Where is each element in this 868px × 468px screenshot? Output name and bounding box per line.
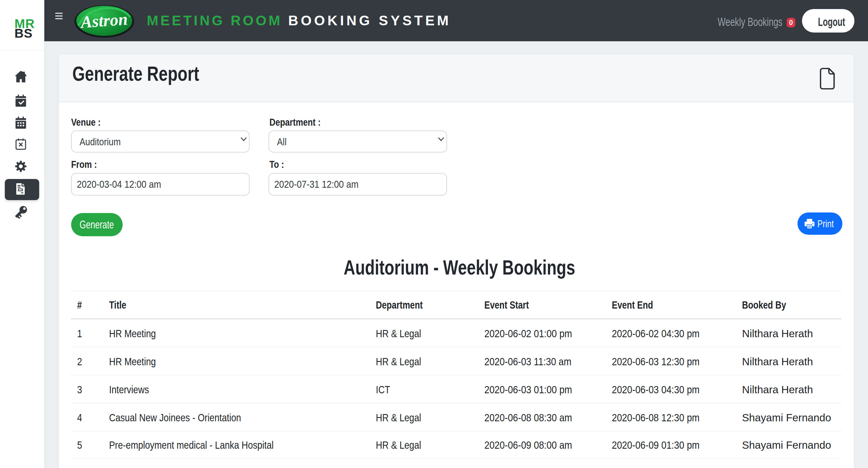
- svg-text:Astron: Astron: [79, 10, 128, 32]
